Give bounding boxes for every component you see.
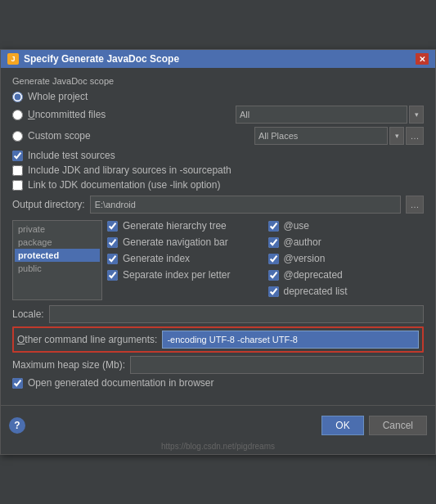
heap-input[interactable]	[130, 356, 424, 374]
open-browser-label: Open generated documentation in browser	[28, 377, 214, 389]
opt1-row0: Generate hierarchy tree	[107, 220, 263, 232]
uncommitted-files-row: Uncommitted files All ▾	[12, 106, 424, 124]
uncommitted-files-radio[interactable]	[12, 110, 23, 120]
include-test-label: Include test sources	[28, 150, 115, 161]
opt2-label2: @version	[284, 253, 326, 264]
uncommitted-dropdown-combo: All ▾	[236, 106, 424, 124]
dialog-title: Specify Generate JavaDoc Scope	[24, 53, 179, 65]
whole-project-radio[interactable]	[12, 92, 23, 102]
uncommitted-dropdown-arrow[interactable]: ▾	[409, 106, 424, 124]
title-bar: J Specify Generate JavaDoc Scope ✕	[1, 50, 435, 68]
open-browser-row: Open generated documentation in browser	[12, 377, 424, 389]
options-col2: @use @author @version @deprecated deprec…	[268, 220, 425, 300]
opt1-label1: Generate navigation bar	[123, 236, 228, 248]
custom-select[interactable]: All Places	[254, 127, 388, 145]
output-directory-row: Output directory: …	[12, 196, 424, 214]
ok-button[interactable]: OK	[321, 416, 363, 435]
opt2-checkbox0[interactable]	[268, 221, 279, 232]
link-jdk-checkbox[interactable]	[12, 180, 23, 191]
opt1-label2: Generate index	[123, 253, 190, 264]
open-browser-checkbox[interactable]	[12, 378, 23, 389]
scope-radio-group: Whole project Uncommitted files All ▾ Cu…	[12, 91, 424, 145]
opt1-row2: Generate index	[107, 253, 263, 264]
link-jdk-row: Link to JDK documentation (use -link opt…	[12, 179, 424, 191]
output-dots-button[interactable]: …	[406, 196, 424, 214]
opt1-label3: Separate index per letter	[123, 269, 230, 281]
locale-input[interactable]	[49, 305, 424, 323]
output-label: Output directory:	[12, 199, 85, 210]
include-test-row: Include test sources	[12, 150, 424, 161]
include-test-checkbox[interactable]	[12, 151, 23, 161]
custom-scope-label: Custom scope	[28, 130, 91, 142]
opt2-checkbox3[interactable]	[268, 270, 279, 281]
opt2-row2: @version	[268, 253, 425, 264]
bottom-bar: ? OK Cancel	[1, 411, 435, 442]
dialog-icon: J	[7, 53, 19, 65]
scope-item-package[interactable]: package	[15, 236, 100, 249]
help-button[interactable]: ?	[9, 417, 25, 434]
include-jdk-checkbox[interactable]	[12, 165, 23, 176]
heap-row: Maximum heap size (Mb):	[12, 356, 424, 374]
opt1-checkbox1[interactable]	[107, 237, 118, 248]
opt2-label1: @author	[284, 236, 321, 248]
opt2-row4: deprecated list	[268, 286, 425, 297]
custom-scope-row: Custom scope All Places ▾ …	[12, 127, 424, 145]
cmdline-input[interactable]	[162, 331, 419, 349]
scope-item-protected[interactable]: protected	[15, 249, 100, 262]
include-jdk-row: Include JDK and library sources in -sour…	[12, 164, 424, 176]
opt2-label0: @use	[284, 220, 310, 232]
cancel-button[interactable]: Cancel	[369, 416, 427, 435]
opt2-checkbox2[interactable]	[268, 254, 279, 264]
options-col1: Generate hierarchy tree Generate navigat…	[107, 220, 263, 300]
whole-project-row: Whole project	[12, 91, 424, 102]
opt2-checkbox4[interactable]	[268, 286, 279, 297]
opt1-checkbox0[interactable]	[107, 221, 118, 232]
include-jdk-label: Include JDK and library sources in -sour…	[28, 164, 231, 176]
custom-scope-radio[interactable]	[12, 131, 23, 142]
watermark: https://blog.csdn.net/pigdreams	[1, 442, 435, 454]
button-group: OK Cancel	[321, 416, 427, 435]
checkboxes-group: Include test sources Include JDK and lib…	[12, 150, 424, 191]
heap-label: Maximum heap size (Mb):	[12, 359, 125, 371]
uncommitted-files-label: Uncommitted files	[28, 109, 106, 120]
opt2-row1: @author	[268, 236, 425, 248]
middle-section: private package protected public Generat…	[12, 220, 424, 300]
link-jdk-label: Link to JDK documentation (use -link opt…	[28, 179, 220, 191]
uncommitted-select[interactable]: All	[236, 106, 407, 124]
scope-list: private package protected public	[12, 220, 102, 300]
opt2-row0: @use	[268, 220, 425, 232]
scope-item-private[interactable]: private	[15, 223, 100, 236]
section-title: Generate JavaDoc scope	[12, 76, 424, 86]
output-input[interactable]	[90, 196, 401, 214]
dialog-content: Generate JavaDoc scope Whole project Unc…	[1, 68, 435, 400]
cmdline-label: Other command line arguments:	[17, 334, 157, 345]
opt2-checkbox1[interactable]	[268, 237, 279, 248]
opt1-checkbox2[interactable]	[107, 254, 118, 264]
opt2-label3: @deprecated	[284, 269, 343, 281]
custom-dots-button[interactable]: …	[406, 127, 424, 145]
opt1-checkbox3[interactable]	[107, 270, 118, 281]
opt2-row3: @deprecated	[268, 269, 425, 281]
opt1-row3: Separate index per letter	[107, 269, 263, 281]
opt1-label0: Generate hierarchy tree	[123, 220, 227, 232]
custom-dropdown-combo: All Places ▾ …	[254, 127, 424, 145]
cmdline-row: Other command line arguments:	[12, 326, 424, 353]
locale-label: Locale:	[12, 308, 44, 320]
locale-row: Locale:	[12, 305, 424, 323]
custom-dropdown-arrow[interactable]: ▾	[389, 127, 404, 145]
scope-item-public[interactable]: public	[15, 262, 100, 275]
opt1-row1: Generate navigation bar	[107, 236, 263, 248]
opt2-label4: deprecated list	[284, 286, 348, 297]
close-button[interactable]: ✕	[416, 53, 429, 65]
whole-project-label: Whole project	[28, 91, 88, 102]
dialog-window: J Specify Generate JavaDoc Scope ✕ Gener…	[0, 49, 436, 455]
